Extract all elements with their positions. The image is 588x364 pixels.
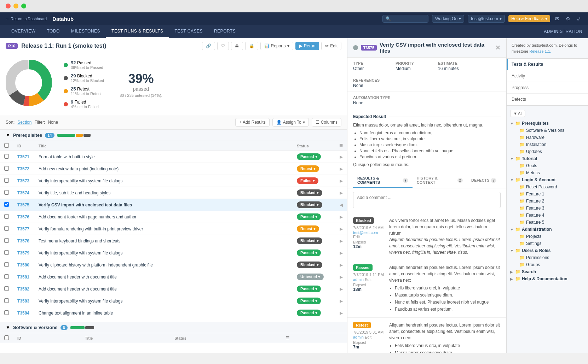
row-status[interactable]: Blocked ▾ (293, 187, 335, 199)
table-row[interactable]: T3577 Verify formula rendering with buil… (0, 223, 347, 235)
mail-icon-button[interactable]: ✉ (554, 15, 561, 22)
row-status[interactable]: Blocked ▾ (293, 235, 335, 247)
tree-item[interactable]: ▶ 📁 Help & Documentation (507, 275, 588, 282)
tab-test-cases[interactable]: TEST CASES (169, 25, 208, 38)
section-prerequisites[interactable]: ▼ Prerequisites 14 (0, 130, 347, 141)
table-row[interactable]: T3572 Add new review data point (includi… (0, 163, 347, 175)
tree-item[interactable]: 📁 Feature 2 (507, 198, 588, 205)
row-status[interactable]: Passed ▾ (293, 283, 335, 295)
search-input[interactable] (382, 15, 428, 23)
rp-tab-activity[interactable]: Activity (507, 70, 588, 82)
close-detail-button[interactable]: ✕ (495, 44, 501, 52)
row-checkbox[interactable] (4, 262, 9, 267)
favorite-icon-button[interactable]: ♡ (217, 42, 229, 50)
tree-item[interactable]: 📁 Metrics (507, 169, 588, 176)
tree-item[interactable]: 📁 Feature 5 (507, 219, 588, 226)
row-status[interactable]: Blocked ▾ (293, 259, 335, 271)
status-badge[interactable]: Blocked ▾ (297, 262, 322, 268)
comment-input[interactable] (353, 192, 501, 208)
print-icon-button[interactable]: 🖶 (231, 42, 243, 50)
table-row[interactable]: T3573 Verify interoperability with syste… (0, 175, 347, 187)
tab-defects[interactable]: DEFECTS 7 (467, 173, 501, 188)
tree-item[interactable]: ▼ 📁 Administration (507, 226, 588, 233)
row-checkbox[interactable] (4, 274, 9, 279)
row-checkbox[interactable] (4, 226, 9, 231)
row-status[interactable]: Passed ▾ (293, 151, 335, 163)
row-status[interactable]: Passed ▾ (293, 307, 335, 319)
tab-todo[interactable]: TODO (41, 25, 65, 38)
status-badge[interactable]: Passed ▾ (297, 310, 321, 316)
fullscreen-icon-button[interactable]: ⤢ (575, 15, 582, 22)
rp-tab-defects[interactable]: Defects (507, 94, 588, 105)
tree-all-button[interactable]: ▼ All (510, 110, 525, 117)
row-status[interactable]: Failed ▾ (293, 175, 335, 187)
row-checkbox[interactable] (4, 250, 9, 255)
tree-item[interactable]: ▼ 📁 Users & Roles (507, 247, 588, 254)
table-row[interactable]: T3575 Verify CSV import with enclosed te… (0, 199, 347, 211)
sort-section-link[interactable]: Section (17, 120, 31, 125)
row-status[interactable]: Retest ▾ (293, 163, 335, 175)
row-arrow[interactable]: ▶ (335, 211, 347, 223)
row-checkbox[interactable] (4, 178, 9, 183)
administration-link[interactable]: ADMINISTRATION (544, 29, 582, 34)
edit-button[interactable]: ✏ Edit (321, 42, 341, 50)
table-row[interactable]: T3571 Format table with built-in style P… (0, 151, 347, 163)
table-row[interactable]: T3576 Add document footer with page numb… (0, 211, 347, 223)
section-software-versions[interactable]: ▼ Software & Versions 6 (0, 322, 347, 333)
tab-history-context[interactable]: HISTORY & CONTEXT 2 (413, 173, 467, 188)
tab-results-comments[interactable]: RESULTS & COMMENTS 7 (353, 173, 413, 188)
tab-reports[interactable]: REPORTS (208, 25, 241, 38)
tab-overview[interactable]: OVERVIEW (6, 25, 41, 38)
row-checkbox[interactable] (4, 238, 9, 243)
result-user[interactable]: admin Edit (353, 277, 385, 282)
row-checkbox[interactable] (4, 298, 9, 303)
table-row[interactable]: T3578 Test menu keyboard bindings and sh… (0, 235, 347, 247)
tree-item[interactable]: 📁 Reset Password (507, 183, 588, 190)
status-badge[interactable]: Blocked ▾ (297, 237, 322, 244)
table-row[interactable]: T3574 Verify title, sub title and headin… (0, 187, 347, 199)
columns-button[interactable]: ☰ Columns (312, 118, 341, 127)
row-arrow[interactable]: ◀ (335, 199, 347, 211)
tree-item[interactable]: ▼ 📁 Tutorial (507, 155, 588, 162)
lock-icon-button[interactable]: 🔒 (245, 42, 258, 50)
row-arrow[interactable]: ▶ (335, 151, 347, 163)
tree-item[interactable]: 📁 Installation (507, 141, 588, 148)
status-badge[interactable]: Blocked ▾ (297, 201, 322, 208)
rp-tab-progress[interactable]: Progress (507, 82, 588, 94)
table-row[interactable]: T3580 Verify clipboard history with plat… (0, 259, 347, 271)
row-status[interactable]: Retest ▾ (293, 223, 335, 235)
status-badge[interactable]: Passed ▾ (297, 153, 321, 160)
reports-button[interactable]: 📊 Reports ▾ (260, 42, 293, 50)
row-checkbox[interactable] (4, 154, 9, 159)
working-on-button[interactable]: Working On ▾ (432, 15, 464, 23)
status-badge[interactable]: Passed ▾ (297, 213, 321, 220)
settings-icon-button[interactable]: ⚙ (564, 15, 572, 22)
tree-item[interactable]: 📁 Permissions (507, 254, 588, 261)
row-status[interactable]: Untested ▾ (293, 271, 335, 283)
row-checkbox[interactable] (4, 310, 9, 315)
row-arrow[interactable]: ▶ (335, 307, 347, 319)
table-row[interactable]: T3583 Verify interoperability with syste… (0, 295, 347, 307)
status-badge[interactable]: Passed ▾ (297, 298, 321, 304)
tree-item[interactable]: 📁 Settings (507, 240, 588, 247)
row-status[interactable]: Passed ▾ (293, 211, 335, 223)
tree-item[interactable]: 📁 Groups (507, 261, 588, 268)
row-status[interactable]: Passed ▾ (293, 247, 335, 259)
status-badge[interactable]: Blocked ▾ (297, 189, 322, 196)
help-feedback-button[interactable]: Help & Feedback ▾ (508, 15, 550, 22)
row-checkbox[interactable] (4, 202, 9, 207)
share-icon-button[interactable]: 🔗 (202, 42, 215, 50)
row-status[interactable]: Passed ▾ (293, 295, 335, 307)
edit-link[interactable]: Edit (353, 235, 360, 239)
row-checkbox[interactable] (4, 190, 9, 195)
row-arrow[interactable]: ▶ (335, 175, 347, 187)
tab-milestones[interactable]: MILESTONES (65, 25, 106, 38)
tree-item[interactable]: 📁 Feature 3 (507, 205, 588, 212)
tree-item[interactable]: 📁 Feature 1 (507, 190, 588, 198)
row-arrow[interactable]: ▶ (335, 259, 347, 271)
status-badge[interactable]: Retest ▾ (297, 165, 319, 172)
tree-item[interactable]: 📁 Projects (507, 233, 588, 240)
tab-test-runs[interactable]: TEST RUNS & RESULTS (106, 25, 169, 38)
row-checkbox[interactable] (4, 166, 9, 171)
return-dashboard-link[interactable]: ← Return to Dashboard (6, 17, 47, 21)
